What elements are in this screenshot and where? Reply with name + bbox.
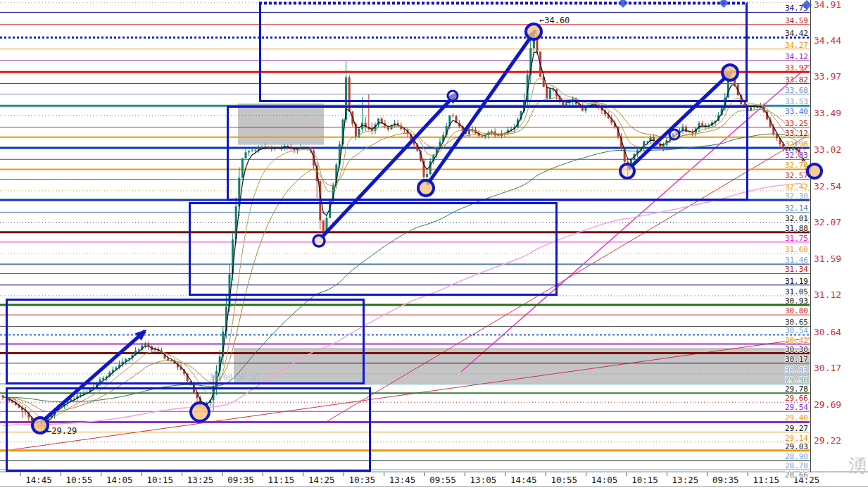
highlight-circle[interactable] <box>526 24 541 39</box>
price-label: 29.40 <box>785 413 808 423</box>
scale-label: 33.02 <box>814 144 841 155</box>
time-label: 13:25 <box>672 475 699 485</box>
price-label: 28.66 <box>785 470 808 480</box>
price-label: 31.05 <box>785 287 808 296</box>
price-label: 34.42 <box>785 29 808 38</box>
time-label: 13:05 <box>470 475 497 485</box>
price-label: 30.17 <box>785 355 808 364</box>
candle-body <box>701 123 703 125</box>
price-label: 34.12 <box>785 52 808 61</box>
trend-arrow[interactable] <box>40 331 145 423</box>
scale-label: 29.69 <box>814 399 841 410</box>
price-label: 31.60 <box>785 245 808 254</box>
candle-body <box>322 220 325 231</box>
price-label: 32.42 <box>785 182 808 192</box>
trend-arrow[interactable] <box>321 94 456 238</box>
time-label: 13:45 <box>389 475 416 485</box>
candle-body <box>481 136 483 137</box>
candle-body <box>144 344 146 346</box>
price-label: 32.83 <box>785 151 808 160</box>
price-label: 32.01 <box>785 214 808 223</box>
candle-body <box>102 378 104 380</box>
candle-body <box>429 161 432 174</box>
highlight-circle[interactable] <box>807 164 822 178</box>
price-label: 29.03 <box>785 442 808 451</box>
time-label: 10:55 <box>551 475 577 485</box>
candle-body <box>245 152 247 158</box>
time-label: 14:05 <box>106 475 133 485</box>
candle-body <box>261 147 263 148</box>
candle-body <box>549 89 551 99</box>
price-label: 33.68 <box>785 86 808 95</box>
time-label: 11:15 <box>753 475 779 485</box>
scale-label: 30.17 <box>814 363 841 373</box>
handle-diamond-icon[interactable] <box>719 0 729 8</box>
chart-canvas[interactable]: 14:4510:5514:0510:1513:2509:3511:1514:25… <box>0 0 868 488</box>
price-label: 30.80 <box>785 306 808 315</box>
highlight-circle[interactable] <box>448 91 458 101</box>
scale-label: 34.91 <box>814 0 841 10</box>
scale-label: 31.12 <box>814 289 841 300</box>
time-label: 10:35 <box>348 475 375 485</box>
price-annotation: ←34.60 <box>539 15 570 25</box>
time-label: 14:45 <box>25 475 52 485</box>
price-annotation: ←29.29 <box>46 426 77 436</box>
drawn-rectangle[interactable] <box>190 204 557 295</box>
handle-diamond-icon[interactable] <box>618 0 628 8</box>
highlight-circle[interactable] <box>722 65 738 80</box>
price-label: 28.90 <box>785 452 808 461</box>
price-label: 33.82 <box>785 75 808 85</box>
price-label: 31.88 <box>785 224 808 233</box>
price-label: 34.27 <box>785 41 808 50</box>
candle-body <box>653 137 655 140</box>
scale-label: 30.64 <box>814 327 841 337</box>
highlight-circle[interactable] <box>32 418 48 433</box>
price-label: 32.14 <box>785 204 808 213</box>
stock-chart-window: 14:4510:5514:0510:1513:2509:3511:1514:25… <box>0 0 868 488</box>
price-label: 30.54 <box>785 326 808 335</box>
highlight-circle[interactable] <box>620 164 634 178</box>
price-label: 30.30 <box>785 345 808 354</box>
price-level-lines <box>0 3 810 479</box>
scale-label: 31.59 <box>814 254 841 264</box>
highlight-circle[interactable] <box>418 180 434 196</box>
candle-body <box>248 151 250 153</box>
price-label: 28.78 <box>785 461 808 470</box>
price-annotation: 30.00-30.41 <box>209 373 260 382</box>
trend-arrow[interactable] <box>629 71 732 169</box>
candle-body <box>497 135 499 136</box>
candle-body <box>565 104 567 105</box>
time-label: 10:15 <box>146 475 173 485</box>
scale-label: 33.97 <box>814 71 841 82</box>
candle-body <box>254 151 256 151</box>
price-label: 31.34 <box>785 265 808 274</box>
drawn-rectangle[interactable] <box>260 3 747 101</box>
candle-body <box>452 115 454 116</box>
trend-ray[interactable] <box>461 65 810 372</box>
price-label: 29.54 <box>785 403 808 412</box>
candle-body <box>138 349 140 350</box>
shaded-price-band[interactable] <box>238 104 324 145</box>
highlight-circle[interactable] <box>191 403 209 421</box>
highlight-circle[interactable] <box>669 130 679 139</box>
time-label: 10:15 <box>631 475 658 485</box>
price-label: 33.25 <box>785 119 808 128</box>
candle-body <box>241 158 244 177</box>
price-label: 31.46 <box>785 256 808 265</box>
time-label: 14:25 <box>308 475 335 485</box>
time-label: 11:15 <box>268 475 295 485</box>
candle-body <box>662 145 665 148</box>
price-label: 34.59 <box>785 16 808 25</box>
scale-label: 32.07 <box>814 217 841 227</box>
time-label: 09:35 <box>227 475 254 485</box>
price-label: 33.12 <box>785 129 808 138</box>
price-label: 32.70 <box>785 161 808 170</box>
candle-body <box>646 141 648 142</box>
time-label: 13:25 <box>187 475 214 485</box>
time-label: 14:05 <box>591 475 618 485</box>
price-label: 31.19 <box>785 277 808 286</box>
highlight-circle[interactable] <box>313 235 325 246</box>
price-label: 32.98 <box>785 139 808 149</box>
price-label: 33.53 <box>785 97 808 106</box>
candle-body <box>167 358 169 361</box>
